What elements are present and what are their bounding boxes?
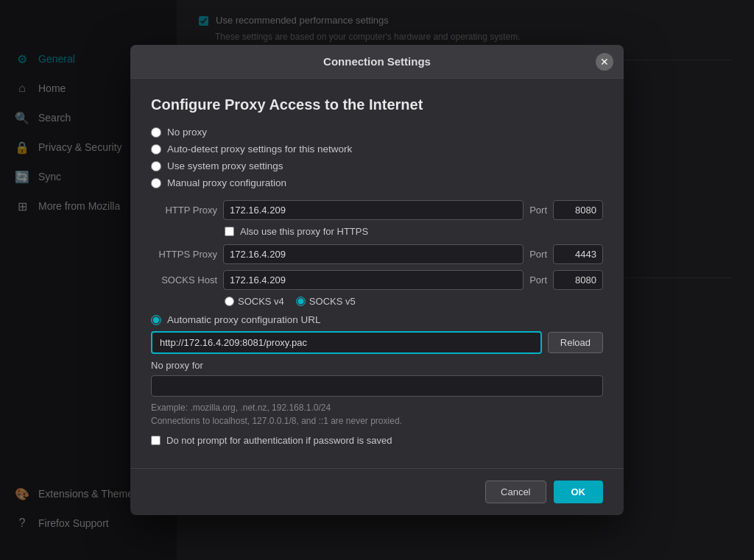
no-proxy-for-input[interactable]	[151, 375, 603, 397]
do-not-prompt-checkbox[interactable]	[151, 436, 161, 445]
http-port-input[interactable]	[553, 200, 603, 220]
no-proxy-radio[interactable]	[151, 127, 161, 138]
manual-proxy-label: Manual proxy configuration	[167, 177, 286, 188]
do-not-prompt-label: Do not prompt for authentication if pass…	[166, 435, 392, 446]
https-port-label: Port	[529, 249, 547, 260]
example-text: Example: .mozilla.org, .net.nz, 192.168.…	[151, 401, 603, 428]
https-proxy-input[interactable]	[223, 244, 524, 264]
modal-header: Connection Settings ✕	[130, 45, 624, 79]
auto-proxy-url-radio[interactable]	[151, 315, 161, 325]
modal-overlay: Connection Settings ✕ Configure Proxy Ac…	[0, 0, 754, 560]
socks5-radio[interactable]	[296, 297, 306, 306]
no-proxy-for-label: No proxy for	[151, 360, 603, 371]
socks4-label: SOCKS v4	[238, 296, 284, 307]
also-https-checkbox[interactable]	[225, 227, 234, 236]
proxy-section-title: Configure Proxy Access to the Internet	[151, 96, 603, 113]
socks5-option[interactable]: SOCKS v5	[296, 296, 356, 307]
auto-proxy-url-input[interactable]	[151, 331, 542, 354]
modal-footer: Cancel OK	[130, 468, 624, 515]
auto-proxy-url-label: Automatic proxy configuration URL	[167, 314, 321, 325]
auto-detect-option[interactable]: Auto-detect proxy settings for this netw…	[151, 143, 603, 155]
auto-detect-label: Auto-detect proxy settings for this netw…	[167, 143, 352, 155]
http-proxy-label: HTTP Proxy	[151, 205, 217, 216]
ok-button[interactable]: OK	[554, 481, 604, 503]
proxy-radio-group: No proxy Auto-detect proxy settings for …	[151, 127, 603, 188]
socks-host-row: SOCKS Host Port	[151, 270, 603, 290]
connection-settings-modal: Connection Settings ✕ Configure Proxy Ac…	[130, 45, 624, 515]
socks-port-label: Port	[529, 274, 547, 286]
modal-body: Configure Proxy Access to the Internet N…	[130, 79, 624, 468]
system-proxy-radio[interactable]	[151, 161, 161, 171]
socks5-label: SOCKS v5	[309, 296, 356, 307]
no-proxy-option[interactable]: No proxy	[151, 127, 603, 138]
auto-detect-radio[interactable]	[151, 144, 161, 155]
socks-port-input[interactable]	[553, 270, 603, 290]
socks4-option[interactable]: SOCKS v4	[225, 296, 284, 307]
modal-close-button[interactable]: ✕	[596, 53, 613, 71]
http-proxy-input[interactable]	[223, 200, 524, 220]
socks-host-label: SOCKS Host	[151, 274, 217, 286]
https-port-input[interactable]	[553, 244, 603, 264]
also-https-row: Also use this proxy for HTTPS	[225, 226, 603, 237]
socks-version-row: SOCKS v4 SOCKS v5	[225, 296, 603, 307]
system-proxy-option[interactable]: Use system proxy settings	[151, 160, 603, 171]
modal-title: Connection Settings	[323, 55, 431, 68]
socks-host-input[interactable]	[223, 270, 524, 290]
auto-proxy-url-option[interactable]: Automatic proxy configuration URL	[151, 314, 603, 325]
https-proxy-row: HTTPS Proxy Port	[151, 244, 603, 264]
manual-proxy-fields: HTTP Proxy Port Also use this proxy for …	[151, 200, 603, 307]
manual-proxy-radio[interactable]	[151, 178, 161, 188]
https-proxy-label: HTTPS Proxy	[151, 249, 217, 260]
no-proxy-label: No proxy	[167, 127, 207, 138]
socks4-radio[interactable]	[225, 297, 234, 306]
system-proxy-label: Use system proxy settings	[167, 160, 283, 171]
auto-proxy-url-row: Reload	[151, 331, 603, 354]
cancel-button[interactable]: Cancel	[485, 481, 546, 503]
http-proxy-row: HTTP Proxy Port	[151, 200, 603, 220]
do-not-prompt-row: Do not prompt for authentication if pass…	[151, 435, 603, 446]
also-https-label: Also use this proxy for HTTPS	[240, 226, 368, 237]
manual-proxy-option[interactable]: Manual proxy configuration	[151, 177, 603, 188]
reload-button[interactable]: Reload	[548, 332, 603, 353]
http-port-label: Port	[529, 205, 547, 216]
